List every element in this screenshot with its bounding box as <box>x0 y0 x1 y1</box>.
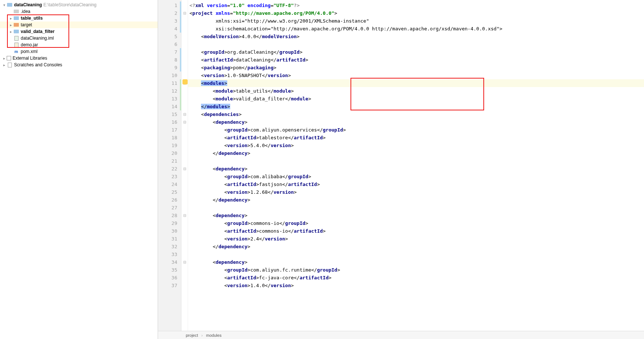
fold-handle[interactable] <box>181 196 188 204</box>
code-line[interactable]: <groupId>com.aliyun.fc.runtime</groupId> <box>188 266 644 274</box>
line-number[interactable]: 29 <box>158 219 177 227</box>
code-line[interactable]: <artifactId>fastjson</artifactId> <box>188 180 644 188</box>
gutter[interactable]: 1m↓2345678910111213141516171819202122232… <box>158 0 181 331</box>
code-line[interactable]: <modelVersion>4.0.0</modelVersion> <box>188 33 644 40</box>
line-number[interactable]: 33 <box>158 250 177 258</box>
lightbulb-icon[interactable] <box>182 79 188 84</box>
fold-handle[interactable] <box>181 9 188 17</box>
code-line[interactable]: </dependency> <box>188 243 644 250</box>
line-number[interactable]: 9 <box>158 64 177 72</box>
code-line[interactable]: <artifactId>tablestore</artifactId> <box>188 134 644 142</box>
line-number[interactable]: 30 <box>158 227 177 235</box>
code-line[interactable]: xmlns:xsi="http://www.w3.org/2001/XMLSch… <box>188 17 644 25</box>
line-number[interactable]: 1 <box>158 1 177 9</box>
code-line[interactable]: <?xml version="1.0" encoding="UTF-8"?> <box>188 1 644 9</box>
code-line[interactable]: <version>1.0-SNAPSHOT</version> <box>188 72 644 79</box>
code-line[interactable]: <groupId>org.dataCleaning</groupId> <box>188 48 644 56</box>
code-line[interactable]: <dependencies> <box>188 110 644 118</box>
fold-handle[interactable] <box>181 243 188 250</box>
fold-handle[interactable] <box>181 72 188 79</box>
tree-item-valid_data_filter[interactable]: ▸valid_data_filter <box>0 28 158 35</box>
line-number[interactable]: 13 <box>158 95 177 103</box>
line-number[interactable]: 31 <box>158 235 177 243</box>
code-line[interactable]: <dependency> <box>188 165 644 173</box>
line-number[interactable]: 37 <box>158 282 177 289</box>
code-line[interactable]: <groupId>com.aliyun.openservices</groupI… <box>188 126 644 134</box>
breadcrumb-project[interactable]: project <box>186 333 198 338</box>
tree-item--idea[interactable]: .idea <box>0 8 158 15</box>
code-line[interactable]: xsi:schemaLocation="http://maven.apache.… <box>188 25 644 33</box>
code-line[interactable]: <packaging>pom</packaging> <box>188 64 644 72</box>
tree-item-dataCleaning-iml[interactable]: dataCleaning.iml <box>0 35 158 41</box>
fold-handle[interactable] <box>181 33 188 40</box>
line-number[interactable]: 32 <box>158 243 177 250</box>
line-number[interactable]: 19 <box>158 142 177 149</box>
fold-handle[interactable] <box>181 188 188 196</box>
line-number[interactable]: 34 <box>158 258 177 266</box>
code-line[interactable]: <modules> <box>188 79 644 87</box>
code-line[interactable]: </dependency> <box>188 149 644 157</box>
line-number[interactable]: 8 <box>158 56 177 64</box>
code-line[interactable] <box>188 40 644 48</box>
code-line[interactable]: <artifactId>dataCleaning</artifactId> <box>188 56 644 64</box>
fold-handle[interactable] <box>181 142 188 149</box>
code-line[interactable]: <version>1.4.0</version> <box>188 282 644 289</box>
code-area[interactable]: <?xml version="1.0" encoding="UTF-8"?><p… <box>188 0 644 331</box>
code-line[interactable]: <project xmlns="http://maven.apache.org/… <box>188 9 644 17</box>
code-line[interactable]: <artifactId>fc-java-core</artifactId> <box>188 274 644 282</box>
tree-item-table_utils[interactable]: ▸table_utils <box>0 15 158 21</box>
code-line[interactable] <box>188 157 644 165</box>
code-line[interactable] <box>188 250 644 258</box>
code-line[interactable] <box>188 204 644 212</box>
line-number[interactable]: 10 <box>158 72 177 79</box>
tree-root[interactable]: ▾ dataCleaning E:\tableStore\dataCleanin… <box>0 1 158 8</box>
code-line[interactable]: </modules> <box>188 103 644 110</box>
line-number[interactable]: 16 <box>158 118 177 126</box>
line-number[interactable]: 11 <box>158 79 177 87</box>
fold-handle[interactable] <box>181 25 188 33</box>
line-number[interactable]: 5 <box>158 33 177 40</box>
breadcrumb[interactable]: project › modules <box>158 331 644 339</box>
line-number[interactable]: m↓2 <box>158 9 177 17</box>
fold-handle[interactable] <box>181 134 188 142</box>
fold-column[interactable] <box>181 0 188 331</box>
fold-handle[interactable] <box>181 118 188 126</box>
fold-handle[interactable] <box>181 282 188 289</box>
line-number[interactable]: 20 <box>158 149 177 157</box>
line-number[interactable]: 15 <box>158 110 177 118</box>
line-number[interactable]: 23 <box>158 173 177 180</box>
line-number[interactable]: 27 <box>158 204 177 212</box>
fold-handle[interactable] <box>181 250 188 258</box>
fold-handle[interactable] <box>181 40 188 48</box>
editor[interactable]: 1m↓2345678910111213141516171819202122232… <box>158 0 644 339</box>
line-number[interactable]: 28 <box>158 212 177 219</box>
fold-handle[interactable] <box>181 212 188 219</box>
external-libraries[interactable]: ▸ External Libraries <box>0 55 158 62</box>
project-tree[interactable]: ▾ dataCleaning E:\tableStore\dataCleanin… <box>0 0 158 339</box>
code-line[interactable]: <version>2.4</version> <box>188 235 644 243</box>
fold-handle[interactable] <box>181 103 188 110</box>
line-number[interactable]: 18 <box>158 134 177 142</box>
tree-item-demo-jar[interactable]: demo.jar <box>0 41 158 48</box>
fold-handle[interactable] <box>181 204 188 212</box>
code-line[interactable]: <version>1.2.68</version> <box>188 188 644 196</box>
breadcrumb-modules[interactable]: modules <box>206 333 222 338</box>
line-number[interactable]: 35 <box>158 266 177 274</box>
fold-handle[interactable] <box>181 235 188 243</box>
code-line[interactable]: </dependency> <box>188 196 644 204</box>
line-number[interactable]: 22 <box>158 165 177 173</box>
line-number[interactable]: 36 <box>158 274 177 282</box>
line-number[interactable]: 12 <box>158 87 177 95</box>
code-line[interactable]: <dependency> <box>188 258 644 266</box>
fold-handle[interactable] <box>181 87 188 95</box>
code-line[interactable]: <groupId>com.alibaba</groupId> <box>188 173 644 180</box>
fold-handle[interactable] <box>181 165 188 173</box>
code-line[interactable]: <artifactId>commons-io</artifactId> <box>188 227 644 235</box>
fold-handle[interactable] <box>181 48 188 56</box>
line-number[interactable]: 25 <box>158 188 177 196</box>
fold-handle[interactable] <box>181 180 188 188</box>
line-number[interactable]: 3 <box>158 17 177 25</box>
scratches-consoles[interactable]: ▸ Scratches and Consoles <box>0 62 158 68</box>
code-line[interactable]: <groupId>commons-io</groupId> <box>188 219 644 227</box>
line-number[interactable]: 17 <box>158 126 177 134</box>
